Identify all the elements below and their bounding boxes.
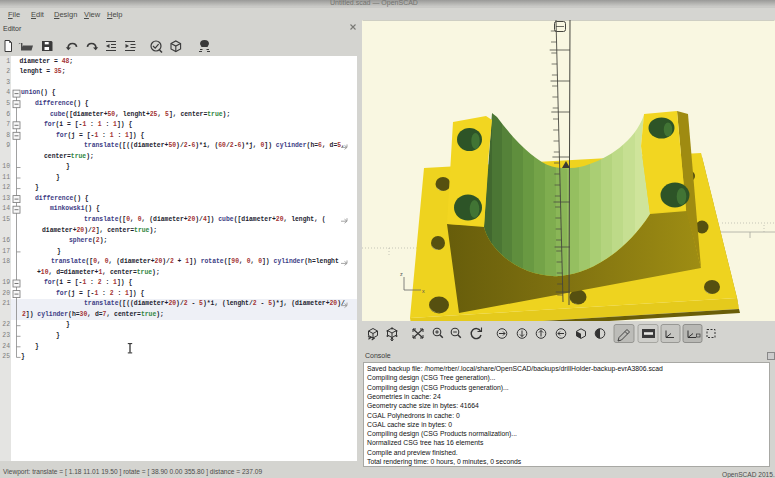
svg-text:x: x: [422, 288, 425, 294]
svg-text:z: z: [400, 271, 403, 277]
